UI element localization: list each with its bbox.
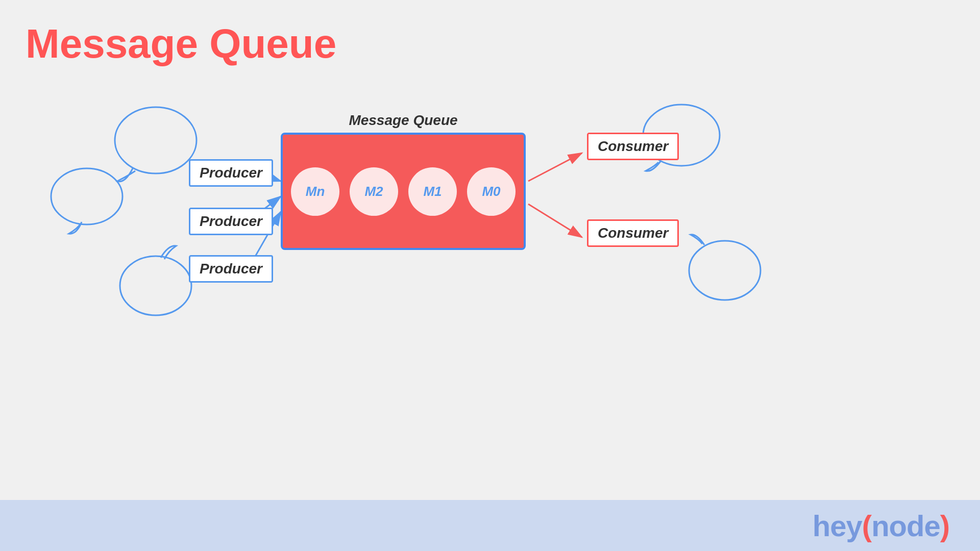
producer-box-3: Producer bbox=[189, 255, 273, 283]
svg-line-8 bbox=[528, 153, 582, 181]
queue-label: Message Queue bbox=[281, 112, 526, 129]
message-m1: M1 bbox=[408, 167, 457, 216]
svg-point-1 bbox=[51, 168, 122, 224]
svg-point-2 bbox=[120, 256, 191, 315]
logo-hey: hey bbox=[813, 509, 862, 542]
diagram: Producer Producer Producer Message Queue… bbox=[31, 102, 949, 357]
producer-box-1: Producer bbox=[189, 159, 273, 187]
message-m0: M0 bbox=[467, 167, 516, 216]
main-content: Message Queue bbox=[0, 0, 980, 500]
consumer-box-1: Consumer bbox=[587, 133, 679, 160]
page-title: Message Queue bbox=[26, 20, 336, 67]
logo-node: node bbox=[871, 509, 940, 542]
logo: hey(node) bbox=[813, 509, 949, 543]
svg-line-9 bbox=[528, 204, 582, 237]
message-m2: M2 bbox=[350, 167, 398, 216]
logo-paren1: ( bbox=[862, 509, 871, 542]
svg-point-0 bbox=[115, 107, 197, 173]
consumer-box-2: Consumer bbox=[587, 219, 679, 247]
logo-paren2: ) bbox=[940, 509, 949, 542]
svg-point-11 bbox=[689, 241, 761, 300]
queue-container: Mn M2 M1 M0 bbox=[281, 133, 526, 250]
message-mn: Mn bbox=[291, 167, 339, 216]
producer-box-2: Producer bbox=[189, 208, 273, 235]
footer: hey(node) bbox=[0, 500, 980, 551]
